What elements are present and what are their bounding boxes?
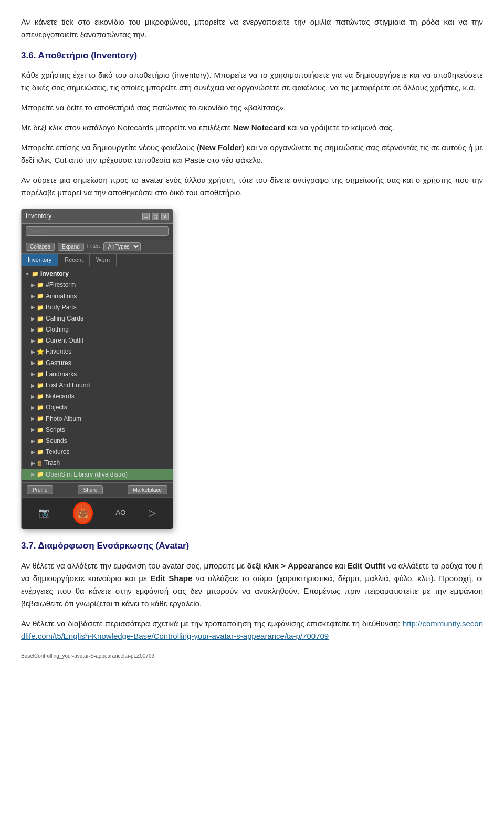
folder-icon: 📁 — [37, 325, 44, 335]
search-input[interactable] — [26, 226, 169, 236]
inventory-footer: Profile Share Marketplace — [22, 482, 173, 497]
tree-item-photoalbum[interactable]: ▶ 📁 Photo Album — [22, 414, 173, 425]
inventory-tree: ▼ 📁 Inventory ▶ 📁 #Firestorm ▶ 📁 Animati… — [22, 266, 173, 482]
expand-button[interactable]: Expand — [58, 243, 84, 251]
tree-item-bodyparts[interactable]: ▶ 📁 Body Parts — [22, 302, 173, 313]
tree-item-currentoutfit[interactable]: ▶ 📁 Current Outfit — [22, 335, 173, 346]
p1-text-before: Αν θέλετε να αλλάξετε την εμφάνιση του a… — [21, 561, 247, 570]
p1-bold3: Edit Shape — [150, 574, 192, 583]
tree-label: #Firestorm — [46, 280, 76, 290]
arrow-icon: ▶ — [31, 359, 35, 367]
tree-item-animations[interactable]: ▶ 📁 Animations — [22, 291, 173, 302]
folder-icon: 📁 — [37, 381, 44, 390]
filter-label: Filter: — [87, 242, 100, 251]
folder-icon: 📁 — [37, 470, 44, 479]
arrow-icon: ▶ — [31, 437, 35, 446]
tree-label: Body Parts — [46, 303, 77, 313]
tree-item-lostandfound[interactable]: ▶ 📁 Lost And Found — [22, 380, 173, 391]
section-37-heading: 3.7. Διαμόρφωση Ενσάρκωσης (Avatar) — [21, 539, 483, 553]
tree-item-textures[interactable]: ▶ 📁 Textures — [22, 447, 173, 458]
tree-item-landmarks[interactable]: ▶ 📁 Landmarks — [22, 369, 173, 380]
p1-bold2: Edit Outfit — [348, 561, 386, 570]
folder-icon: 📁 — [37, 437, 44, 446]
section36-paragraph5: Αν σύρετε μια σημείωση προς το avatar εν… — [21, 174, 483, 199]
tree-item-sounds[interactable]: ▶ 📁 Sounds — [22, 436, 173, 447]
section36-paragraph1: Κάθε χρήστης έχει το δικό του αποθετήριο… — [21, 69, 483, 94]
tree-item-gestures[interactable]: ▶ 📁 Gestures — [22, 358, 173, 369]
minimize-button[interactable]: – — [142, 213, 150, 220]
restore-button[interactable]: □ — [152, 213, 159, 220]
filter-select[interactable]: All Types — [103, 242, 141, 251]
inventory-title: Inventory — [26, 211, 51, 221]
arrow-down-icon: ▼ — [25, 270, 30, 278]
folder-icon: 📁 — [37, 358, 44, 368]
folder-icon: 🗑 — [37, 459, 43, 468]
p4-text-before: Μπορείτε επίσης να δημιουργείτε νέους φα… — [21, 143, 200, 152]
tree-item-opensim[interactable]: ▶ 📁 OpenSim Library (diva distro) — [22, 469, 173, 480]
tab-recent[interactable]: Recent — [58, 254, 90, 266]
arrow-icon: ▶ — [31, 381, 35, 390]
tree-label: Animations — [46, 292, 77, 302]
titlebar-buttons: – □ ✕ — [142, 213, 169, 220]
folder-icon: 📁 — [37, 281, 44, 290]
tree-item-callingcards[interactable]: ▶ 📁 Calling Cards — [22, 313, 173, 324]
arrow-icon: ▶ — [31, 292, 35, 301]
tab-inventory[interactable]: Inventory — [22, 254, 58, 266]
p3-text-before: Με δεξί κλικ στον κατάλογο Notecards μπο… — [21, 123, 233, 132]
arrow-icon: ▶ — [31, 448, 35, 457]
main-content: Αν κάνετε tick στο εικονίδιο του μικροφώ… — [21, 16, 483, 660]
arrow-icon: ▶ — [31, 281, 35, 290]
inventory-window: Inventory – □ ✕ Collapse Expand Filter: … — [21, 209, 173, 529]
tree-item-scripts[interactable]: ▶ 📁 Scripts — [22, 425, 173, 436]
tree-label: Photo Album — [46, 414, 81, 424]
folder-icon: 📁 — [37, 370, 44, 379]
folder-icon: 📁 — [37, 292, 44, 301]
tree-label: Trash — [44, 458, 60, 468]
tree-item-favorites[interactable]: ▶ ⭐ Favorites — [22, 346, 173, 357]
arrow-icon: ▶ — [31, 404, 35, 412]
folder-icon: 📁 — [37, 314, 44, 324]
section36-paragraph4: Μπορείτε επίσης να δημιουργείτε νέους φα… — [21, 141, 483, 167]
profile-button[interactable]: Profile — [27, 485, 53, 494]
folder-icon: 📁 — [37, 414, 44, 423]
close-button[interactable]: ✕ — [161, 213, 169, 220]
p4-bold1: New Folder — [200, 143, 242, 152]
section36-paragraph2: Μπορείτε να δείτε το αποθετήριό σας πατώ… — [21, 101, 483, 114]
arrow-icon: ▶ — [31, 370, 35, 378]
arrow-icon: ▶ — [31, 459, 35, 468]
tree-item-firestorm[interactable]: ▶ 📁 #Firestorm — [22, 280, 173, 291]
folder-icon: 📁 — [37, 336, 44, 346]
folder-icon: 📁 — [37, 392, 44, 401]
tree-label: Objects — [46, 402, 67, 412]
inventory-screenshot-container: Inventory – □ ✕ Collapse Expand Filter: … — [21, 209, 483, 529]
section37-paragraph1: Αν θέλετε να αλλάξετε την εμφάνιση του a… — [21, 560, 483, 610]
tree-item-trash[interactable]: ▶ 🗑 Trash — [22, 458, 173, 469]
bag-icon[interactable]: 👜 — [73, 502, 93, 525]
arrow-right-icon[interactable]: ▷ — [149, 505, 156, 521]
folder-icon: 📁 — [32, 270, 39, 279]
marketplace-button[interactable]: Marketplace — [128, 485, 167, 494]
arrow-icon: ▶ — [31, 426, 35, 434]
tree-label: Clothing — [46, 325, 69, 335]
folder-icon: 📁 — [37, 426, 44, 435]
inventory-titlebar: Inventory – □ ✕ — [22, 209, 173, 224]
tree-item-notecards[interactable]: ▶ 📁 Notecards — [22, 391, 173, 402]
inventory-tabs: Inventory Recent Worn — [22, 254, 173, 267]
folder-icon: 📁 — [37, 448, 44, 457]
tree-item-objects[interactable]: ▶ 📁 Objects — [22, 402, 173, 413]
tree-label: Notecards — [46, 391, 75, 401]
tree-label: Inventory — [40, 269, 69, 279]
share-button[interactable]: Share — [78, 485, 103, 494]
tree-label: OpenSim Library (diva distro) — [46, 470, 128, 480]
arrow-icon: ▶ — [31, 303, 35, 312]
tree-label: Current Outfit — [46, 336, 83, 346]
tree-label: Scripts — [46, 425, 65, 435]
collapse-button[interactable]: Collapse — [26, 243, 55, 251]
camera-icon[interactable]: 📷 — [38, 505, 50, 521]
inventory-toolbar: Collapse Expand Filter: All Types — [22, 240, 173, 254]
inventory-bottom-bar: 📷 👜 AO ▷ — [22, 497, 173, 529]
tab-worn[interactable]: Worn — [90, 254, 117, 266]
tree-item-clothing[interactable]: ▶ 📁 Clothing — [22, 324, 173, 335]
tree-item-inventory-root[interactable]: ▼ 📁 Inventory — [22, 268, 173, 280]
arrow-icon: ▶ — [31, 348, 35, 356]
